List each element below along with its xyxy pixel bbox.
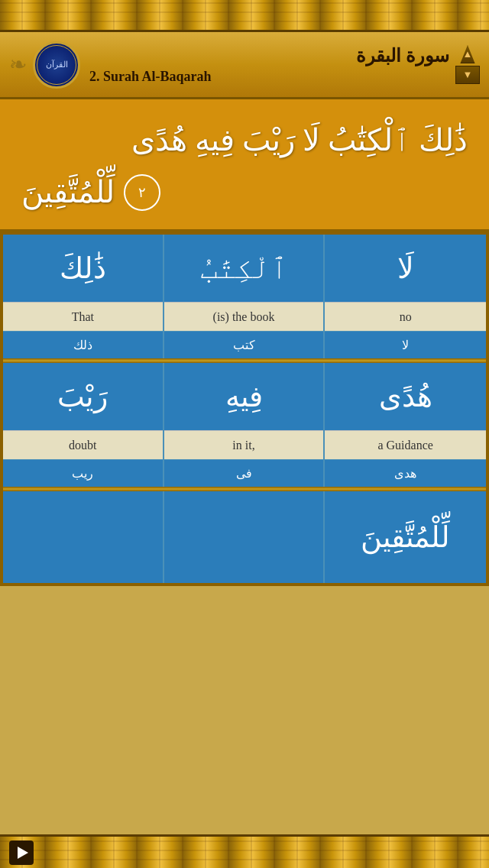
word-root-5: فى [164, 459, 324, 487]
word-cell-empty-2 [164, 491, 325, 583]
header-decoration-left: ❧ [9, 52, 27, 77]
word-root-2: كتب [164, 331, 324, 358]
word-cell-4[interactable]: رَيْبَ doubt ريب [3, 363, 164, 487]
word-english-5: in it, [164, 430, 324, 459]
nav-up-button[interactable]: ▲ [455, 45, 480, 63]
word-cell-empty-1 [3, 491, 164, 583]
header: ❧ القرآن سورة البقرة 2. Surah Al-Baqarah… [0, 32, 489, 99]
play-icon [18, 847, 28, 859]
word-grid-row2: رَيْبَ doubt ريب فِيهِ in it, فى هُدًى a… [0, 363, 489, 487]
word-arabic-4: رَيْبَ [3, 363, 163, 430]
word-arabic-6: هُدًى [325, 363, 486, 430]
nav-arrows: ▲ ▼ [455, 45, 480, 84]
word-grid-row1: ذَٰلِكَ That ذلك ٱلْكِتَٰبُ (is) the boo… [0, 233, 489, 358]
bottom-border [0, 834, 489, 868]
word-root-3: لا [325, 331, 486, 358]
ayah-text-line1: ذَٰلِكَ ٱلْكِتَٰبُ لَا رَيْبَ فِيهِ هُدً… [21, 116, 468, 165]
word-cell-2[interactable]: ٱلْكِتَٰبُ (is) the book كتب [164, 235, 325, 358]
logo-text: القرآن [46, 59, 68, 70]
surah-logo: القرآن [33, 41, 80, 89]
word-english-1: That [3, 302, 163, 331]
top-border [0, 0, 489, 32]
word-english-2: (is) the book [164, 302, 324, 331]
word-root-4: ريب [3, 459, 163, 487]
header-arabic-title: سورة البقرة [89, 45, 449, 66]
word-cell-6[interactable]: هُدًى a Guidance هدى [325, 363, 486, 487]
ayah-display: ذَٰلِكَ ٱلْكِتَٰبُ لَا رَيْبَ فِيهِ هُدً… [0, 99, 489, 233]
word-root-1: ذلك [3, 331, 163, 358]
word-arabic-2: ٱلْكِتَٰبُ [164, 235, 324, 302]
header-titles: سورة البقرة 2. Surah Al-Baqarah [80, 45, 449, 85]
header-english-title: 2. Surah Al-Baqarah [89, 69, 449, 85]
word-cell-3[interactable]: لَا no لا [325, 235, 486, 358]
word-arabic-bottom: لِّلْمُتَّقِينَ [353, 513, 458, 562]
word-english-6: a Guidance [325, 430, 486, 459]
word-grid-row3: لِّلْمُتَّقِينَ [0, 491, 489, 586]
word-arabic-5: فِيهِ [164, 363, 324, 430]
ayah-text-line2: لِّلْمُتَّقِينَ [21, 168, 115, 217]
play-button[interactable] [9, 840, 34, 865]
word-cell-bottom[interactable]: لِّلْمُتَّقِينَ [325, 491, 486, 583]
nav-down-button[interactable]: ▼ [455, 66, 480, 84]
ayah-verse-marker: ٢ [124, 174, 160, 211]
word-cell-1[interactable]: ذَٰلِكَ That ذلك [3, 235, 164, 358]
word-english-3: no [325, 302, 486, 331]
word-cell-5[interactable]: فِيهِ in it, فى [164, 363, 325, 487]
word-root-6: هدى [325, 459, 486, 487]
word-arabic-1: ذَٰلِكَ [3, 235, 163, 302]
word-english-4: doubt [3, 430, 163, 459]
word-arabic-3: لَا [325, 235, 486, 302]
